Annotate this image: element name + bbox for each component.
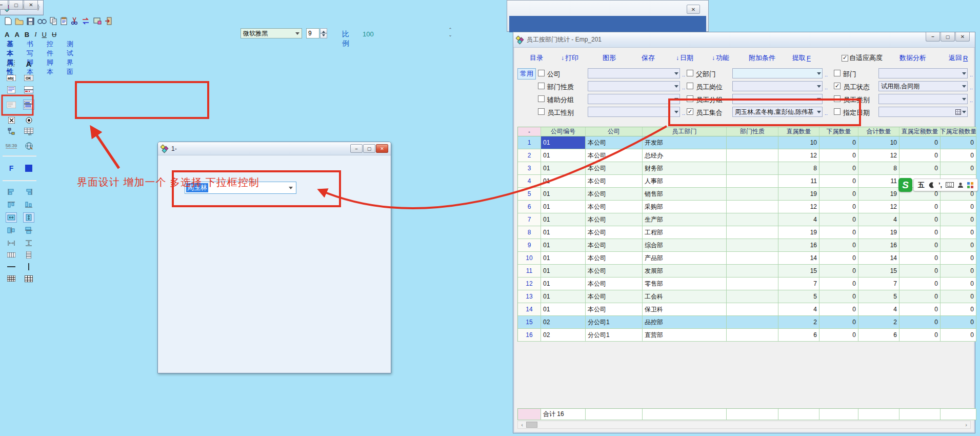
filter-select-emp-group[interactable] bbox=[732, 94, 823, 104]
filter-select-parent-dept[interactable] bbox=[732, 68, 823, 78]
cell-dept[interactable]: 总经办 bbox=[643, 149, 727, 162]
maximize-button[interactable] bbox=[941, 32, 955, 42]
cell-sub-quota[interactable]: 0 bbox=[941, 303, 976, 316]
cell-dept-nature[interactable] bbox=[727, 278, 778, 290]
cell-company[interactable]: 本公司 bbox=[586, 252, 643, 265]
menu-extra-condition[interactable]: 附加条件 bbox=[749, 53, 775, 63]
align-top-icon[interactable] bbox=[6, 200, 17, 210]
punctuation-icon[interactable]: ’, bbox=[938, 181, 942, 189]
new-icon[interactable] bbox=[5, 17, 12, 26]
minimize-button[interactable] bbox=[926, 32, 940, 42]
emp-titlebar[interactable]: 员工按部门统计 - Emp_201 bbox=[513, 32, 975, 48]
cell-total-count[interactable]: 4 bbox=[858, 303, 899, 316]
cell-direct-count[interactable]: 14 bbox=[778, 252, 819, 265]
menu-function[interactable]: ↓功能 bbox=[712, 53, 729, 63]
cell-direct-quota[interactable]: 0 bbox=[899, 213, 941, 226]
cell-direct-quota[interactable]: 0 bbox=[899, 239, 941, 252]
row-number[interactable]: 7 bbox=[518, 213, 541, 226]
cell-company[interactable]: 本公司 bbox=[586, 239, 643, 252]
column-header[interactable]: 公司 bbox=[586, 127, 643, 136]
cell-sub-count[interactable]: 0 bbox=[819, 265, 858, 278]
font-family-select[interactable]: 微软雅黑 bbox=[241, 28, 302, 38]
cell-total-count[interactable]: 14 bbox=[858, 252, 899, 265]
cell-company[interactable]: 分公司1 bbox=[586, 329, 643, 342]
cell-total-count[interactable]: 4 bbox=[858, 213, 899, 226]
tab-control-script[interactable]: 控件脚本 bbox=[47, 39, 53, 76]
edit-tool-icon[interactable]: ab| bbox=[6, 73, 17, 83]
maximize-button[interactable] bbox=[9, 1, 23, 10]
font-large-icon[interactable]: A bbox=[5, 31, 9, 38]
column-header[interactable]: 直属定额数量 bbox=[899, 127, 941, 136]
listbox-tool-icon[interactable] bbox=[23, 85, 34, 95]
cell-company-code[interactable]: 01 bbox=[541, 226, 586, 239]
cell-sub-quota[interactable]: 0 bbox=[941, 226, 976, 239]
cell-direct-quota[interactable]: 0 bbox=[899, 303, 941, 316]
menu-data-analysis[interactable]: 数据分析 bbox=[899, 53, 926, 63]
cell-direct-count[interactable]: 6 bbox=[778, 329, 819, 342]
cell-dept-nature[interactable] bbox=[727, 175, 778, 188]
table-row[interactable]: 13 01 本公司 工会科 5 0 5 0 0 bbox=[518, 290, 976, 303]
font-size-input[interactable]: 9 bbox=[306, 28, 319, 38]
ellipsis-button[interactable]: ‥ bbox=[970, 85, 973, 90]
tab-test-interface[interactable]: 测试界面 bbox=[67, 39, 73, 76]
column-header[interactable]: 下属数量 bbox=[819, 127, 858, 136]
row-number[interactable]: 4 bbox=[518, 175, 541, 188]
cell-dept[interactable]: 保卫科 bbox=[643, 303, 727, 316]
cell-direct-count[interactable]: 10 bbox=[778, 136, 819, 149]
user-icon[interactable] bbox=[957, 182, 964, 188]
cell-sub-count[interactable]: 0 bbox=[819, 136, 858, 149]
checkbox-icon[interactable] bbox=[687, 83, 693, 89]
cell-direct-count[interactable]: 2 bbox=[778, 316, 819, 329]
cell-total-count[interactable]: 10 bbox=[858, 136, 899, 149]
cell-company[interactable]: 本公司 bbox=[586, 303, 643, 316]
table-row[interactable]: 8 01 本公司 工程部 19 0 19 0 0 bbox=[518, 226, 976, 239]
filter-select-emp-status[interactable]: 试用期,合同期 bbox=[878, 81, 968, 91]
cell-sub-count[interactable]: 0 bbox=[819, 290, 858, 303]
dialog-combobox[interactable]: 周玉林 bbox=[185, 182, 296, 194]
ellipsis-button[interactable]: ‥ bbox=[970, 72, 973, 77]
table-row[interactable]: 16 02 分公司1 直营部 6 0 6 0 0 bbox=[518, 329, 976, 342]
cell-company-code[interactable]: 01 bbox=[541, 136, 586, 149]
ellipsis-button[interactable]: ‥ bbox=[682, 111, 686, 116]
scroll-right-icon[interactable]: › bbox=[962, 421, 970, 428]
filter-select-gender[interactable] bbox=[588, 107, 680, 117]
preview-icon[interactable] bbox=[37, 17, 47, 26]
filter-date-field[interactable] bbox=[878, 107, 968, 117]
checkbox-icon[interactable] bbox=[538, 83, 545, 89]
button-tool-icon[interactable]: OK bbox=[23, 73, 34, 83]
table-row[interactable]: 2 01 本公司 总经办 12 0 12 0 0 bbox=[518, 149, 976, 162]
cell-company[interactable]: 本公司 bbox=[586, 213, 643, 226]
select-tool-icon[interactable] bbox=[6, 58, 17, 69]
collapse-expand-icon[interactable]: ⌃⌄ bbox=[447, 27, 454, 38]
maximize-button[interactable] bbox=[363, 144, 375, 153]
cell-total-count[interactable]: 19 bbox=[858, 188, 899, 201]
menu-save[interactable]: 保存 bbox=[642, 53, 655, 63]
tree-tool-icon[interactable] bbox=[6, 126, 17, 136]
cell-direct-quota[interactable]: 0 bbox=[899, 149, 941, 162]
cell-company[interactable]: 分公司1 bbox=[586, 316, 643, 329]
cell-dept-nature[interactable] bbox=[727, 265, 778, 278]
cell-direct-quota[interactable]: 0 bbox=[899, 278, 941, 290]
cell-dept-nature[interactable] bbox=[727, 329, 778, 342]
cell-direct-quota[interactable]: 0 bbox=[899, 290, 941, 303]
cell-direct-count[interactable]: 12 bbox=[778, 201, 819, 213]
checkbox-tool-icon[interactable] bbox=[6, 115, 17, 125]
minimize-button[interactable] bbox=[0, 1, 8, 10]
same-height-icon[interactable] bbox=[23, 212, 34, 223]
cell-company-code[interactable]: 01 bbox=[541, 265, 586, 278]
cell-total-count[interactable]: 6 bbox=[858, 329, 899, 342]
open-icon[interactable] bbox=[15, 17, 24, 26]
scroll-left-icon[interactable]: ‹ bbox=[518, 421, 526, 428]
cell-direct-quota[interactable]: 0 bbox=[899, 316, 941, 329]
wubi-mode-icon[interactable]: 五 bbox=[918, 181, 925, 190]
ellipsis-button[interactable]: ‥ bbox=[970, 98, 973, 103]
cell-sub-quota[interactable]: 0 bbox=[941, 136, 976, 149]
checkbox-icon[interactable] bbox=[834, 108, 841, 115]
ellipsis-button[interactable]: ‥ bbox=[825, 72, 828, 77]
cell-sub-quota[interactable]: 0 bbox=[941, 329, 976, 342]
radio-tool-icon[interactable] bbox=[23, 115, 34, 125]
cell-sub-quota[interactable]: 0 bbox=[941, 239, 976, 252]
cell-sub-quota[interactable]: 0 bbox=[941, 162, 976, 175]
sogou-logo-icon[interactable]: S bbox=[898, 178, 912, 192]
row-number[interactable]: 11 bbox=[518, 265, 541, 278]
